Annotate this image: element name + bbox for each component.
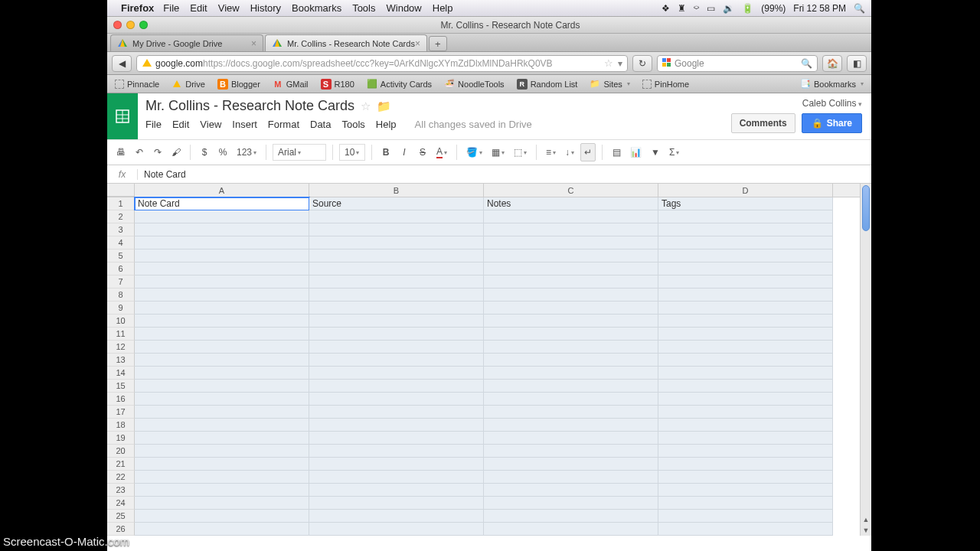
app-name[interactable]: Firefox bbox=[121, 2, 154, 14]
home-button[interactable]: 🏠 bbox=[822, 55, 842, 72]
cell-A12[interactable] bbox=[135, 341, 309, 354]
cell-B2[interactable] bbox=[309, 210, 484, 223]
tab-close-icon[interactable]: × bbox=[415, 38, 420, 49]
document-title[interactable]: Mr. Collins - Research Note Cards bbox=[145, 98, 354, 114]
bookmark-activity-cards[interactable]: 🟩Activity Cards bbox=[364, 77, 435, 91]
cell-B23[interactable] bbox=[309, 484, 484, 497]
close-window-button[interactable] bbox=[113, 21, 122, 29]
cell-B7[interactable] bbox=[309, 276, 484, 289]
cell-A11[interactable] bbox=[135, 328, 309, 341]
sheets-menu-tools[interactable]: Tools bbox=[341, 119, 364, 130]
select-all-corner[interactable] bbox=[107, 184, 135, 197]
insert-chart-button[interactable]: 📊 bbox=[627, 143, 645, 161]
cell-D8[interactable] bbox=[658, 289, 833, 302]
row-header[interactable]: 9 bbox=[107, 302, 135, 315]
row-header[interactable]: 25 bbox=[107, 510, 135, 523]
cell-D14[interactable] bbox=[658, 367, 833, 380]
cell-D16[interactable] bbox=[658, 393, 833, 406]
cell-A23[interactable] bbox=[135, 484, 309, 497]
cell-B14[interactable] bbox=[309, 367, 484, 380]
display-icon[interactable]: ▭ bbox=[707, 3, 715, 14]
scrollbar-thumb[interactable] bbox=[862, 185, 870, 231]
minimize-window-button[interactable] bbox=[126, 21, 135, 29]
row-header[interactable]: 20 bbox=[107, 445, 135, 458]
clock-text[interactable]: Fri 12 58 PM bbox=[793, 3, 846, 14]
percent-button[interactable]: % bbox=[215, 143, 230, 161]
scroll-down-icon[interactable]: ▼ bbox=[861, 525, 871, 536]
row-header[interactable]: 14 bbox=[107, 367, 135, 380]
cell-B9[interactable] bbox=[309, 302, 484, 315]
cell-D22[interactable] bbox=[658, 471, 833, 484]
cell-C2[interactable] bbox=[484, 210, 658, 223]
row-header[interactable]: 5 bbox=[107, 249, 135, 262]
cell-A21[interactable] bbox=[135, 458, 309, 471]
cell-B21[interactable] bbox=[309, 458, 484, 471]
bookmark-noodletools[interactable]: 🍜NoodleTools bbox=[441, 77, 508, 91]
cell-C3[interactable] bbox=[484, 223, 658, 236]
cell-A14[interactable] bbox=[135, 367, 309, 380]
cell-D20[interactable] bbox=[658, 445, 833, 458]
cell-C8[interactable] bbox=[484, 289, 658, 302]
cell-B19[interactable] bbox=[309, 432, 484, 445]
cell-B1[interactable]: Source bbox=[309, 197, 484, 210]
cell-D11[interactable] bbox=[658, 328, 833, 341]
undo-button[interactable]: ↶ bbox=[132, 143, 147, 161]
insert-comment-button[interactable]: ▤ bbox=[609, 143, 624, 161]
cell-D23[interactable] bbox=[658, 484, 833, 497]
sheets-menu-format[interactable]: Format bbox=[268, 119, 299, 130]
row-header[interactable]: 15 bbox=[107, 380, 135, 393]
sheets-menu-insert[interactable]: Insert bbox=[232, 119, 257, 130]
bookmark-pinhome[interactable]: PinHome bbox=[639, 78, 692, 90]
cell-C10[interactable] bbox=[484, 315, 658, 328]
comments-button[interactable]: Comments bbox=[731, 113, 795, 133]
bookmark-pinnacle[interactable]: Pinnacle bbox=[112, 78, 162, 90]
bookmark-drive[interactable]: Drive bbox=[168, 77, 208, 91]
row-header[interactable]: 10 bbox=[107, 315, 135, 328]
cell-B4[interactable] bbox=[309, 236, 484, 249]
paint-format-button[interactable]: 🖌 bbox=[168, 143, 184, 161]
print-button[interactable]: 🖶 bbox=[113, 143, 129, 161]
cell-A3[interactable] bbox=[135, 223, 309, 236]
url-input[interactable]: google.com https://docs.google.com/sprea… bbox=[136, 55, 628, 72]
column-header[interactable]: A bbox=[135, 184, 309, 197]
cell-C21[interactable] bbox=[484, 458, 658, 471]
cell-C23[interactable] bbox=[484, 484, 658, 497]
row-header[interactable]: 12 bbox=[107, 341, 135, 354]
dropdown-icon[interactable]: ▾ bbox=[618, 58, 622, 69]
wrap-button[interactable]: ↵ bbox=[580, 143, 596, 161]
cell-B18[interactable] bbox=[309, 419, 484, 432]
cell-A26[interactable] bbox=[135, 523, 309, 536]
row-header[interactable]: 18 bbox=[107, 419, 135, 432]
cell-A25[interactable] bbox=[135, 510, 309, 523]
row-header[interactable]: 26 bbox=[107, 523, 135, 536]
cell-C6[interactable] bbox=[484, 262, 658, 276]
row-header[interactable]: 17 bbox=[107, 406, 135, 419]
cell-D6[interactable] bbox=[658, 262, 833, 276]
cell-C20[interactable] bbox=[484, 445, 658, 458]
cell-B5[interactable] bbox=[309, 249, 484, 262]
cell-D2[interactable] bbox=[658, 210, 833, 223]
cell-C22[interactable] bbox=[484, 471, 658, 484]
row-header[interactable]: 7 bbox=[107, 276, 135, 289]
row-header[interactable]: 3 bbox=[107, 223, 135, 236]
cell-B11[interactable] bbox=[309, 328, 484, 341]
cell-B8[interactable] bbox=[309, 289, 484, 302]
functions-button[interactable]: Σ bbox=[666, 143, 682, 161]
cell-A18[interactable] bbox=[135, 419, 309, 432]
cell-D7[interactable] bbox=[658, 276, 833, 289]
folder-icon[interactable]: 📁 bbox=[377, 99, 391, 113]
menu-history[interactable]: History bbox=[250, 2, 281, 14]
menu-tools[interactable]: Tools bbox=[352, 2, 375, 14]
filter-button[interactable]: ▼ bbox=[648, 143, 663, 161]
tower-icon[interactable]: ♜ bbox=[678, 3, 686, 14]
currency-button[interactable]: $ bbox=[197, 143, 212, 161]
extension-button[interactable]: ◧ bbox=[847, 55, 867, 72]
bookmarks-menu[interactable]: 📑Bookmarks▾ bbox=[797, 77, 867, 91]
cell-A17[interactable] bbox=[135, 406, 309, 419]
cell-B26[interactable] bbox=[309, 523, 484, 536]
cell-C25[interactable] bbox=[484, 510, 658, 523]
font-select[interactable]: Arial bbox=[273, 144, 326, 161]
scroll-up-icon[interactable]: ▲ bbox=[861, 514, 871, 525]
sheets-menu-help[interactable]: Help bbox=[376, 119, 397, 130]
cell-C7[interactable] bbox=[484, 276, 658, 289]
